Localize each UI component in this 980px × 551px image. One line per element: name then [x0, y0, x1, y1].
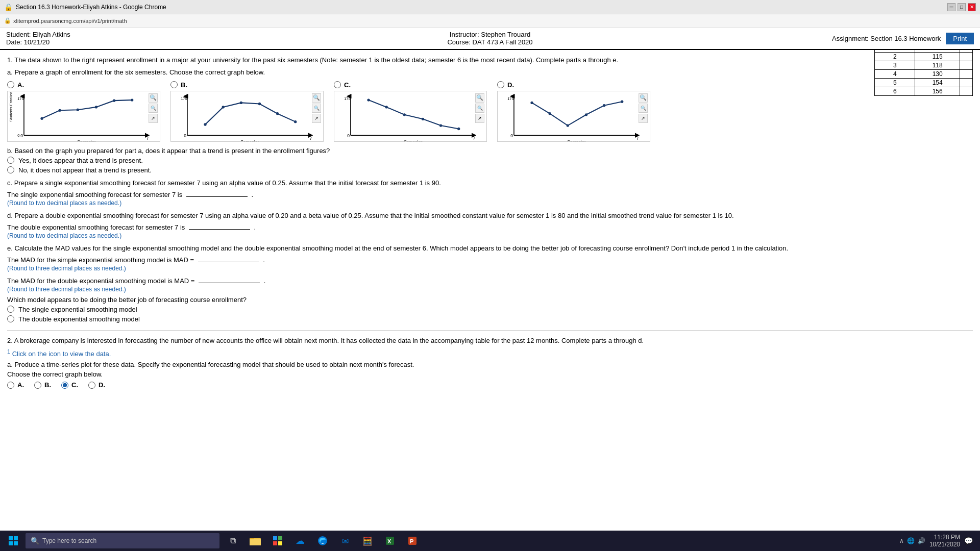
svg-text:P: P [410, 538, 413, 544]
chevron-up-icon[interactable]: ∧ [899, 537, 904, 544]
expand-b[interactable]: ↗ [312, 114, 321, 123]
taskbar: 🔍 Type here to search ⧉ ☁ [0, 531, 980, 551]
start-button[interactable] [2, 532, 24, 550]
course-name: Course: DAT 473 A Fall 2020 [329, 38, 651, 46]
cell-enrollment: 156 [915, 87, 960, 96]
graph-c-svg: 0 7 175 Semester [334, 91, 486, 141]
expand-a[interactable]: ↗ [149, 114, 158, 123]
radio-2b[interactable] [34, 382, 41, 389]
question-1-text: 1. The data shown to the right represent… [7, 55, 973, 65]
onedrive-button[interactable]: ☁ [290, 532, 310, 550]
graph-d-svg: 0 7 175 Semester [498, 91, 650, 141]
q2-click-note: 1 Click on the icon to view the data. [7, 348, 973, 358]
task-view-button[interactable]: ⧉ [223, 532, 243, 550]
svg-point-9 [59, 109, 61, 111]
svg-text:7: 7 [309, 135, 312, 140]
svg-point-61 [318, 536, 327, 545]
minimize-button[interactable]: ─ [947, 3, 955, 11]
zoom-out-d[interactable]: 🔍 [639, 104, 648, 113]
svg-point-49 [621, 100, 623, 103]
browser-icon: 🔒 [4, 3, 13, 11]
assignment-name: Assignment: Section 16.3 Homework [832, 35, 941, 42]
radio-option-yes[interactable]: Yes, it does appear that a trend is pres… [7, 157, 973, 164]
graph-c-container: 0 7 175 Semester [334, 91, 487, 142]
cell-enrollment: 118 [915, 61, 960, 70]
svg-text:Semester: Semester [404, 139, 423, 141]
q1c-answer[interactable] [186, 189, 248, 197]
zoom-in-c[interactable]: 🔍 [475, 93, 484, 103]
svg-text:0: 0 [184, 133, 186, 138]
svg-text:0: 0 [510, 133, 513, 138]
cell-semester: 4 [875, 70, 915, 79]
radio-2c-checked[interactable] [61, 382, 68, 389]
radio-d[interactable] [497, 81, 504, 88]
zoom-in-a[interactable]: 🔍 [149, 93, 158, 103]
q1d-text: The double exponential smoothing forecas… [7, 221, 973, 231]
graph-option-b: B. 0 7 175 Seme [170, 81, 324, 142]
radio-2d[interactable] [88, 382, 95, 389]
page-header: Student: Eliyah Atkins Date: 10/21/20 In… [0, 28, 980, 50]
radio-double[interactable] [7, 315, 14, 322]
excel-button[interactable]: X [380, 532, 400, 550]
question-2-text: 2. A brokerage company is interested in … [7, 336, 973, 346]
svg-text:175: 175 [344, 96, 350, 101]
radio-2a[interactable] [7, 382, 14, 389]
graph-2d-option: D. [88, 381, 105, 391]
windows-icon [8, 536, 18, 546]
window-controls[interactable]: ─ □ ✕ [947, 3, 976, 11]
graph-b-label: B. [181, 81, 187, 89]
cell-semester: 3 [875, 61, 915, 70]
store-icon [273, 536, 283, 546]
search-bar[interactable]: 🔍 Type here to search [26, 533, 219, 548]
file-explorer-button[interactable] [245, 532, 265, 550]
radio-b[interactable] [170, 81, 178, 88]
question-1c: c. Prepare a single exponential smoothin… [7, 179, 973, 207]
calculator-button[interactable]: 🧮 [357, 532, 378, 550]
graph-2a-option: A. [7, 381, 24, 391]
table-row: 3118 [875, 61, 973, 70]
zoom-in-b[interactable]: 🔍 [312, 93, 321, 103]
enrollment-table: Semester Enrollment ↗ 186211531184130515… [874, 50, 973, 96]
edge-button[interactable] [312, 532, 333, 550]
q1c-round-note: (Round to two decimal places as needed.) [7, 199, 973, 207]
radio-c[interactable] [334, 81, 341, 88]
q1e-mad-single-answer[interactable] [198, 254, 259, 262]
mail-button[interactable]: ✉ [335, 532, 355, 550]
graph-c-label: C. [344, 81, 351, 89]
q1e-mad-double: The MAD for the double exponential smoot… [7, 275, 973, 285]
zoom-out-c[interactable]: 🔍 [475, 104, 484, 113]
close-button[interactable]: ✕ [968, 3, 976, 11]
print-button[interactable]: Print [946, 33, 974, 44]
svg-point-23 [258, 102, 261, 105]
notification-icon[interactable]: 💬 [964, 537, 973, 545]
q1e-mad-double-answer[interactable] [199, 275, 260, 283]
svg-rect-51 [14, 536, 18, 540]
powerpoint-button[interactable]: P [402, 532, 423, 550]
radio-no[interactable] [7, 166, 14, 173]
zoom-in-d[interactable]: 🔍 [639, 93, 648, 103]
q2a-choose: Choose the correct graph below. [7, 370, 973, 378]
expand-d[interactable]: ↗ [639, 114, 648, 123]
table-row: 5154 [875, 79, 973, 87]
radio-a[interactable] [7, 81, 14, 88]
svg-point-33 [385, 106, 388, 108]
radio-single-model[interactable]: The single exponential smoothing model [7, 306, 973, 313]
svg-text:0: 0 [347, 133, 350, 138]
radio-double-model[interactable]: The double exponential smoothing model [7, 315, 973, 323]
radio-yes[interactable] [7, 157, 14, 164]
q1d-answer[interactable] [189, 221, 250, 230]
zoom-out-b[interactable]: 🔍 [312, 104, 321, 113]
zoom-out-a[interactable]: 🔍 [149, 104, 158, 113]
q1d-label: d. Prepare a double exponential smoothin… [7, 212, 973, 219]
graph-2c-option: C. [61, 381, 78, 391]
radio-option-no[interactable]: No, it does not appear that a trend is p… [7, 166, 973, 174]
expand-c[interactable]: ↗ [475, 114, 484, 123]
question-2: 2. A brokerage company is interested in … [7, 330, 973, 391]
radio-single[interactable] [7, 306, 14, 313]
svg-point-22 [240, 101, 242, 104]
q1e-round1: (Round to three decimal places as needed… [7, 265, 973, 272]
maximize-button[interactable]: □ [958, 3, 966, 11]
cell-semester: 5 [875, 79, 915, 87]
store-button[interactable] [267, 532, 288, 550]
volume-icon: 🔊 [918, 537, 925, 544]
